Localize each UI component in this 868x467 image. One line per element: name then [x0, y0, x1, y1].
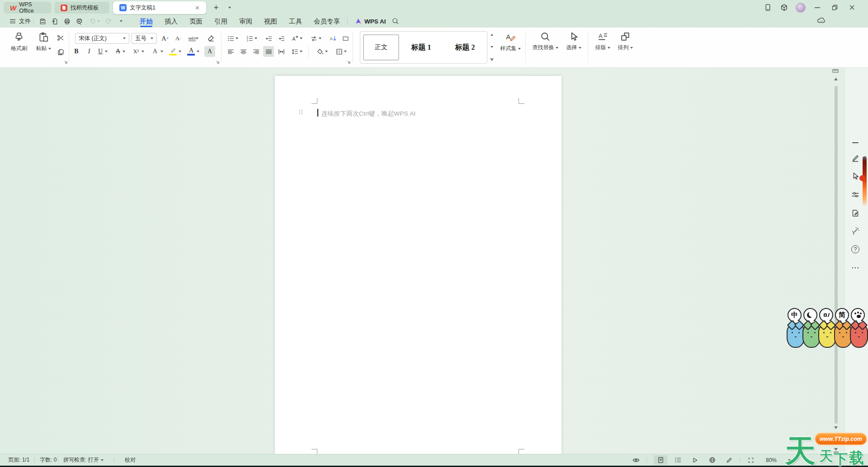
- workspace-cube-button[interactable]: [777, 2, 791, 13]
- font-color-dropdown[interactable]: [195, 46, 201, 57]
- cut-button[interactable]: [55, 33, 66, 43]
- tab-home[interactable]: 开始: [134, 15, 159, 28]
- smart-tools-button[interactable]: [850, 225, 861, 236]
- read-mode-button[interactable]: [688, 455, 702, 465]
- restore-button[interactable]: [828, 2, 841, 13]
- select-button[interactable]: 选择: [562, 31, 585, 64]
- scroll-up-arrow[interactable]: [834, 78, 838, 80]
- save-button[interactable]: [37, 16, 48, 26]
- bold-button[interactable]: B: [71, 46, 82, 57]
- gallery-down-button[interactable]: [491, 46, 493, 48]
- tab-page[interactable]: 页面: [184, 15, 208, 28]
- adjust-settings-button[interactable]: [850, 189, 861, 200]
- fullscreen-button[interactable]: [744, 455, 758, 465]
- strikethrough-dropdown[interactable]: [121, 46, 127, 57]
- sticker-bubble-moon[interactable]: [803, 308, 817, 322]
- document-page[interactable]: [275, 76, 561, 455]
- decrease-font-button[interactable]: A-: [173, 33, 184, 44]
- style-normal[interactable]: 正文: [363, 34, 399, 61]
- format-painter-button[interactable]: 格式刷: [6, 31, 32, 64]
- highlight-dropdown[interactable]: [177, 46, 183, 57]
- text-direction-dropdown[interactable]: [317, 33, 323, 44]
- align-left-button[interactable]: [225, 46, 236, 57]
- cat-sticker-red[interactable]: [850, 323, 868, 348]
- zoom-level[interactable]: 80%: [766, 454, 777, 466]
- align-center-button[interactable]: [238, 46, 249, 57]
- tab-wps-home[interactable]: W WPS Office: [4, 2, 52, 14]
- text-effects-dropdown[interactable]: [159, 46, 165, 57]
- mobile-link-button[interactable]: [761, 2, 774, 13]
- borders-dropdown[interactable]: [343, 46, 348, 57]
- tab-docer-templates[interactable]: 找稻壳模板: [54, 2, 109, 14]
- italic-button[interactable]: I: [84, 46, 94, 57]
- clear-format-button[interactable]: [205, 33, 216, 44]
- redo-button[interactable]: [103, 16, 114, 26]
- copy-button[interactable]: [55, 47, 66, 57]
- sticker-bubble-paw[interactable]: [851, 308, 865, 322]
- expand-dialog-icon[interactable]: [64, 60, 68, 65]
- sticker-bubble-chinese[interactable]: 中: [788, 308, 802, 322]
- style-heading2[interactable]: 标题 2: [443, 34, 487, 61]
- tab-review[interactable]: 审阅: [233, 15, 258, 28]
- minimize-button[interactable]: [811, 2, 824, 13]
- customize-toolbar-button[interactable]: [116, 16, 127, 26]
- numbered-list-dropdown[interactable]: [253, 33, 259, 44]
- close-tab-icon[interactable]: ✕: [195, 5, 200, 11]
- tab-insert[interactable]: 插入: [159, 15, 184, 28]
- find-replace-button[interactable]: 查找替换: [529, 31, 561, 64]
- page-view-button[interactable]: [654, 455, 667, 465]
- cat-sticker-blue[interactable]: [787, 323, 805, 348]
- increase-indent-button[interactable]: [276, 33, 287, 44]
- paste-button[interactable]: 粘贴: [33, 31, 54, 64]
- tab-reference[interactable]: 引用: [208, 15, 233, 28]
- sticker-bubble-simplified[interactable]: 简: [835, 308, 849, 322]
- char-shading-button[interactable]: A: [204, 46, 215, 57]
- tab-list-button[interactable]: [224, 2, 235, 13]
- tab-view[interactable]: 视图: [258, 15, 283, 28]
- bullet-list-dropdown[interactable]: [234, 33, 240, 44]
- sticker-bubble-quote[interactable]: [819, 308, 833, 322]
- sort-button[interactable]: [327, 33, 338, 44]
- cat-sticker-green[interactable]: [802, 323, 821, 348]
- outline-view-button[interactable]: [671, 455, 684, 465]
- decrease-indent-button[interactable]: [263, 33, 274, 44]
- cloud-sync-button[interactable]: [816, 16, 826, 25]
- eye-protection-button[interactable]: [629, 455, 643, 465]
- user-avatar[interactable]: [794, 2, 807, 13]
- tab-tools[interactable]: 工具: [283, 15, 308, 28]
- print-button[interactable]: [61, 16, 72, 26]
- char-scaling-dropdown[interactable]: [298, 33, 304, 44]
- resume-assistant-button[interactable]: [850, 208, 861, 219]
- show-marks-button[interactable]: [340, 33, 351, 44]
- superscript-dropdown[interactable]: [140, 46, 146, 57]
- more-tools-button[interactable]: [850, 262, 861, 273]
- expand-dialog-icon[interactable]: [216, 60, 220, 65]
- vertical-scrollbar-thumb[interactable]: [835, 86, 838, 424]
- tab-member[interactable]: 会员专享: [308, 15, 346, 28]
- shading-dropdown[interactable]: [324, 46, 329, 57]
- line-spacing-dropdown[interactable]: [298, 46, 304, 57]
- proofread-button[interactable]: 校对: [125, 454, 136, 466]
- ruler-toggle-icon[interactable]: [832, 69, 839, 73]
- handwriting-button[interactable]: [722, 455, 736, 465]
- select-tool-button[interactable]: [850, 171, 861, 182]
- distribute-button[interactable]: [276, 46, 287, 57]
- spellcheck-status[interactable]: 拼写检查: 打开: [63, 454, 104, 466]
- align-right-button[interactable]: [250, 46, 261, 57]
- wps-ai-button[interactable]: WPS AI: [355, 16, 386, 26]
- font-size-select[interactable]: 五号: [132, 33, 157, 44]
- tab-document-active[interactable]: W 文字文稿1 ✕: [113, 1, 206, 14]
- gallery-more-button[interactable]: [490, 58, 494, 61]
- word-count[interactable]: 字数: 0: [40, 454, 57, 466]
- close-window-button[interactable]: [845, 2, 859, 13]
- typeset-button[interactable]: 排版: [591, 31, 614, 64]
- export-pdf-button[interactable]: [49, 16, 60, 26]
- help-button[interactable]: ?: [850, 244, 861, 255]
- underline-dropdown[interactable]: [104, 46, 109, 57]
- cat-sticker-orange[interactable]: [834, 323, 852, 348]
- gallery-up-button[interactable]: [491, 34, 493, 36]
- print-preview-button[interactable]: [74, 16, 85, 26]
- search-button[interactable]: [392, 17, 399, 25]
- new-tab-button[interactable]: +: [211, 2, 222, 13]
- cat-sticker-yellow[interactable]: [818, 323, 836, 348]
